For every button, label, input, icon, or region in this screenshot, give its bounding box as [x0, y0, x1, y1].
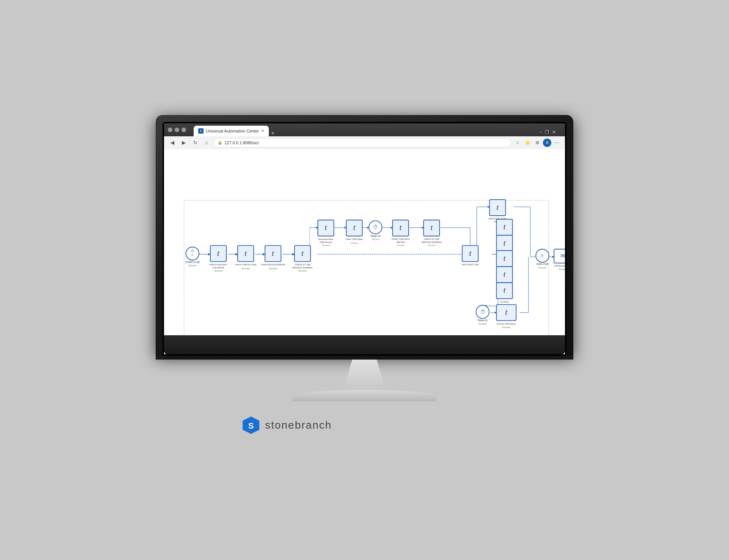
stonebranch-name: stonebranch: [265, 419, 332, 431]
monitor-screen-outer: t Universal Automation Center ✕ + − ❐: [163, 122, 566, 356]
node-check-cob-run[interactable]: t Check-COB Run Date Success: [235, 245, 257, 269]
home-button[interactable]: ⌂: [202, 138, 211, 147]
window-close-icon[interactable]: ✕: [552, 129, 556, 135]
svg-text:Terminate-Stop-: Terminate-Stop-: [318, 238, 334, 240]
svg-text:⏱: ⏱: [480, 309, 485, 315]
monitor-stand-base: [292, 390, 437, 401]
back-button[interactable]: ◀: [168, 138, 177, 147]
node-sleep-10[interactable]: ⏱ Sleep 10 Skipped: [369, 221, 382, 240]
svg-text:CHECK IF TSM: CHECK IF TSM: [424, 238, 439, 240]
node-check-holiday[interactable]: t CHECK-HOLIDAY- CALENDAR Success: [209, 245, 227, 271]
svg-text:Clear-TSM-Status: Clear-TSM-Status: [346, 238, 363, 240]
close-button[interactable]: [181, 128, 186, 132]
node-terminate-stop[interactable]: t Terminate-Stop- TSM-Service Skipped: [318, 220, 334, 246]
svg-text:START-COB: START-COB: [185, 260, 200, 263]
tab-bar: t Universal Automation Center ✕ + − ❐: [190, 123, 561, 136]
svg-text:S: S: [248, 421, 254, 431]
svg-text:CHECK-HOLIDAY-: CHECK-HOLIDAY-: [209, 263, 227, 266]
svg-text:⏱: ⏱: [373, 224, 378, 230]
svg-text:Check-COB Run Date: Check-COB Run Date: [235, 263, 257, 266]
monitor-screen: t Universal Automation Center ✕ + − ❐: [164, 123, 565, 354]
svg-text:Skipped: Skipped: [350, 241, 358, 244]
svg-text:⏱: ⏱: [191, 253, 194, 256]
svg-text:COB-Email-Report: COB-Email-Report: [554, 265, 565, 267]
extensions-icon[interactable]: ⚙: [533, 139, 541, 147]
window-controls: [168, 128, 186, 132]
node-start-cob[interactable]: ⏱ ⏱ START-COB Success: [185, 247, 200, 267]
svg-text:Skipped: Skipped: [322, 244, 330, 246]
svg-text:CALENDAR: CALENDAR: [212, 267, 224, 269]
maximize-button[interactable]: [175, 128, 179, 132]
url-text: 127.0.0.1:8080/uc/: [224, 140, 259, 145]
node-check-tsm[interactable]: t CHECK IF TSM SERVICE RUNNING Success: [292, 245, 313, 271]
svg-text:Skipped: Skipped: [397, 244, 405, 246]
svg-text:CHECK IF TSM: CHECK IF TSM: [295, 263, 311, 266]
svg-text:⏱: ⏱: [540, 254, 544, 258]
browser-chrome: t Universal Automation Center ✕ + − ❐: [164, 123, 565, 149]
svg-text:⏱: ⏱: [191, 249, 194, 253]
new-tab-button[interactable]: +: [271, 130, 275, 136]
node-end-cob[interactable]: ⏱ END-COB Success: [536, 249, 549, 269]
svg-text:SERVICE RUNNING: SERVICE RUNNING: [421, 241, 442, 243]
bookmark-icon[interactable]: ⭐: [523, 139, 532, 147]
node-cob-email[interactable]: ✉ COB-Email-Report Success: [554, 249, 565, 270]
svg-text:Success: Success: [478, 322, 487, 325]
tab-title: Universal Automation Center: [206, 129, 259, 133]
window-minimize-icon[interactable]: −: [539, 129, 542, 135]
minimize-button[interactable]: [168, 128, 172, 132]
svg-text:Sleep 61: Sleep 61: [478, 319, 488, 322]
browser-content: ⏱ ⏱ START-COB Success t CHECK-HOLIDAY- C…: [164, 149, 565, 335]
star-icon[interactable]: ☆: [513, 139, 522, 147]
node-start-tsm-bat[interactable]: t START TSM WITH JSM BAT Skipped: [391, 220, 410, 246]
lock-icon: 🔒: [218, 140, 222, 145]
svg-text:Success: Success: [538, 267, 547, 269]
workflow-canvas[interactable]: ⏱ ⏱ START-COB Success t CHECK-HOLIDAY- C…: [164, 149, 565, 335]
svg-text:Skipped: Skipped: [371, 238, 379, 240]
node-clear-tsm[interactable]: t Clear-TSM-Status Skipped: [346, 220, 363, 244]
svg-text:Success: Success: [269, 267, 277, 270]
svg-text:Success: Success: [502, 326, 511, 328]
node-check-eb-eod[interactable]: t Check-EB-EOD-ERROR Success: [261, 245, 285, 269]
svg-text:✉: ✉: [560, 252, 565, 259]
address-bar[interactable]: 🔒 127.0.0.1:8080/uc/: [213, 138, 511, 147]
stonebranch-logo: S stonebranch: [234, 413, 339, 438]
menu-icon[interactable]: ⋯: [553, 139, 561, 147]
node-overall-cob[interactable]: t Overall COB Status Success: [497, 304, 516, 328]
svg-text:Sleep 10: Sleep 10: [371, 234, 381, 237]
tab-close-icon[interactable]: ✕: [261, 129, 264, 133]
svg-text:START TSM WITH: START TSM WITH: [391, 238, 410, 240]
window-restore-icon[interactable]: ❐: [545, 129, 549, 135]
svg-text:SERVICE RUNNING: SERVICE RUNNING: [292, 267, 313, 269]
svg-text:TSM-Service: TSM-Service: [320, 241, 332, 243]
svg-text:Success: Success: [298, 269, 307, 271]
settings-icon[interactable]: A: [543, 139, 551, 147]
refresh-button[interactable]: ↻: [191, 138, 200, 147]
node-sleep-61[interactable]: ⏱ Sleep 61 Success: [476, 305, 489, 325]
svg-text:Success: Success: [188, 264, 197, 267]
node-dip-start-cob[interactable]: t DIP-START-COB: [462, 245, 478, 266]
svg-text:Success: Success: [214, 269, 222, 271]
monitor-body: t Universal Automation Center ✕ + − ❐: [156, 115, 573, 356]
svg-text:Success: Success: [241, 267, 250, 270]
sb-logo-icon: S: [241, 416, 260, 435]
monitor-bottom-bar: [164, 335, 565, 354]
svg-text:Check-EB-EOD-ERROR: Check-EB-EOD-ERROR: [261, 263, 285, 266]
svg-text:Skipped: Skipped: [428, 244, 436, 246]
svg-text:Success: Success: [559, 268, 565, 270]
workflow-svg: ⏱ ⏱ START-COB Success t CHECK-HOLIDAY- C…: [164, 149, 565, 335]
monitor-stand-neck: [334, 360, 395, 390]
node-e-online[interactable]: t E-Online Success: [497, 282, 513, 306]
browser-title-bar: t Universal Automation Center ✕ + − ❐: [164, 123, 565, 136]
node-check-tsm-2[interactable]: t CHECK IF TSM SERVICE RUNNING Skipped: [421, 220, 442, 246]
svg-text:Overall COB Status: Overall COB Status: [497, 322, 516, 325]
svg-text:END-COB: END-COB: [536, 263, 549, 265]
svg-text:E-Online: E-Online: [500, 301, 508, 303]
nav-right-icons: ☆ ⭐ ⚙ A ⋯: [513, 139, 561, 147]
active-tab[interactable]: t Universal Automation Center ✕: [194, 126, 269, 136]
tab-favicon: t: [198, 128, 204, 134]
svg-text:JSM BAT: JSM BAT: [396, 241, 405, 243]
forward-button[interactable]: ▶: [179, 138, 188, 147]
svg-text:DIP-START-COB: DIP-START-COB: [462, 263, 478, 266]
branding-area: S stonebranch: [0, 401, 651, 445]
browser-nav-bar: ◀ ▶ ↻ ⌂ 🔒 127.0.0.1:8080/uc/ ☆ ⭐ ⚙ A: [164, 136, 565, 149]
